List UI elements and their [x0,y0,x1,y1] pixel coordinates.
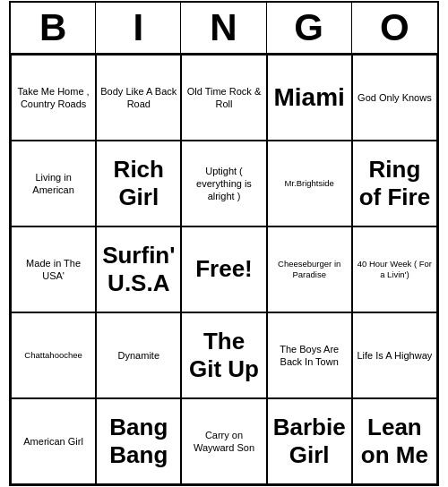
bingo-cell[interactable]: Lean on Me [352,398,437,484]
bingo-cell[interactable]: Mr.Brightside [267,141,352,226]
bingo-header: BINGO [11,3,437,55]
bingo-cell[interactable]: Dynamite [96,312,181,398]
bingo-cell[interactable]: Take Me Home , Country Roads [11,55,96,141]
bingo-cell[interactable]: Chattahoochee [11,312,96,398]
bingo-cell[interactable]: Free! [181,226,266,312]
bingo-cell[interactable]: Rich Girl [96,141,181,226]
bingo-cell[interactable]: Cheeseburger in Paradise [267,226,352,312]
bingo-cell[interactable]: Surfin' U.S.A [96,226,181,312]
header-letter: O [352,3,437,53]
bingo-card: BINGO Take Me Home , Country RoadsBody L… [9,1,439,486]
bingo-cell[interactable]: Barbie Girl [267,398,352,484]
bingo-cell[interactable]: Body Like A Back Road [96,55,181,141]
bingo-cell[interactable]: Uptight ( everything is alright ) [181,141,266,226]
bingo-cell[interactable]: 40 Hour Week ( For a Livin') [352,226,437,312]
bingo-cell[interactable]: Carry on Wayward Son [181,398,266,484]
bingo-cell[interactable]: Life Is A Highway [352,312,437,398]
bingo-cell[interactable]: The Boys Are Back In Town [267,312,352,398]
bingo-cell[interactable]: American Girl [11,398,96,484]
bingo-cell[interactable]: Bang Bang [96,398,181,484]
header-letter: I [96,3,181,53]
bingo-cell[interactable]: Made in The USA' [11,226,96,312]
bingo-cell[interactable]: Miami [267,55,352,141]
header-letter: N [181,3,266,53]
bingo-cell[interactable]: The Git Up [181,312,266,398]
bingo-grid: Take Me Home , Country RoadsBody Like A … [11,55,437,484]
bingo-cell[interactable]: Ring of Fire [352,141,437,226]
bingo-cell[interactable]: God Only Knows [352,55,437,141]
bingo-cell[interactable]: Old Time Rock & Roll [181,55,266,141]
bingo-cell[interactable]: Living in American [11,141,96,226]
header-letter: B [11,3,96,53]
header-letter: G [267,3,352,53]
